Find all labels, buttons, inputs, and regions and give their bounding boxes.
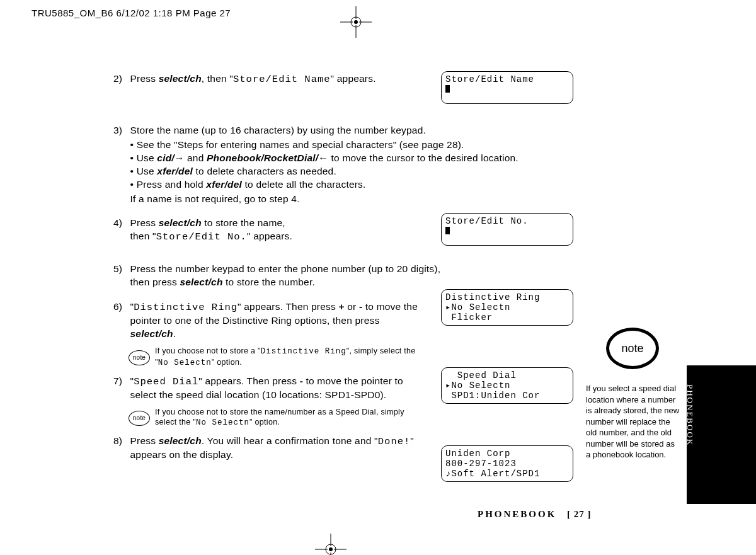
text: • Use <box>130 152 158 163</box>
text: If a name is not required, go to step 4. <box>130 193 300 204</box>
page-footer: PHONEBOOK [ 27 ] <box>478 509 592 520</box>
lcd-text: Distinctive Ring <box>134 302 238 313</box>
text: to move the cursor to the desired locati… <box>328 152 518 163</box>
key-xfer-del: xfer/del <box>157 166 193 176</box>
text: " appears. <box>331 73 376 84</box>
text: " option. <box>249 418 280 426</box>
text: Press <box>130 73 159 84</box>
footer-section: PHONEBOOK <box>478 509 556 519</box>
text: . You will hear a confirmation tone and … <box>202 435 378 446</box>
lcd-line: Uniden Corp <box>445 449 569 459</box>
text: Press <box>130 217 159 228</box>
text: If you choose not to store a " <box>155 346 261 355</box>
note-distinctive-ring: note If you choose not to store a "Disti… <box>127 346 573 369</box>
lcd-line: Distinctive Ring <box>445 292 569 302</box>
side-note-text: If you select a speed dial location wher… <box>586 383 680 461</box>
note-icon-large: note <box>606 328 660 372</box>
lcd-box-speed-dial: Speed Dial ▸No Selectn SPD1:Uniden Cor <box>441 367 573 404</box>
lcd-text: Store/Edit No. <box>156 231 247 243</box>
lcd-line: ▸No Selectn <box>445 380 569 391</box>
lcd-text: No Selectn <box>196 418 249 427</box>
text: • Press and hold <box>130 179 207 190</box>
key-cid: cid/ <box>157 152 175 163</box>
text: • Use <box>130 166 158 176</box>
lcd-line: 800-297-1023 <box>445 459 569 469</box>
key-phonebook: Phonebook/RocketDial/ <box>207 152 318 163</box>
text: , then " <box>202 73 233 84</box>
lcd-text: Store/Edit Name <box>233 74 331 85</box>
key-select-ch: select/ch <box>159 217 202 228</box>
text: " appears. Then press <box>238 301 338 312</box>
note-speed-dial: note If you choose not to store the name… <box>127 407 573 429</box>
side-note-column: note If you select a speed dial location… <box>586 328 680 461</box>
crop-mark-bottom <box>315 534 346 555</box>
plus-key: + <box>338 301 344 312</box>
arrow-left-icon: ← <box>318 152 328 163</box>
text: Press <box>130 435 159 446</box>
lcd-line: ▸No Selectn <box>445 302 569 312</box>
note-label: note <box>606 328 659 369</box>
lcd-box-distinctive-ring: Distinctive Ring ▸No Selectn Flicker <box>441 289 573 326</box>
key-select-ch: select/ch <box>159 435 202 446</box>
page-number: [ 27 ] <box>567 509 592 519</box>
lcd-line: Speed Dial <box>445 370 569 380</box>
note-label: note <box>129 350 150 365</box>
cursor-icon <box>445 85 450 93</box>
text: and <box>185 152 207 163</box>
arrow-right-icon: → <box>175 152 185 163</box>
text: to store the name, <box>202 217 285 228</box>
lcd-box-done: Uniden Corp 800-297-1023 ♪Soft Alert/SPD… <box>441 445 573 482</box>
text: " appears. Then press <box>198 375 299 386</box>
lcd-text: Speed Dial <box>134 376 198 387</box>
impress-header: TRU5885_OM_B6 6/12/02 1:18 PM Page 27 <box>32 8 231 18</box>
lcd-line: Store/Edit No. <box>445 216 569 226</box>
text: to delete characters as needed. <box>193 166 336 176</box>
key-select-ch: select/ch <box>180 277 222 287</box>
lcd-box-store-edit-name: Store/Edit Name <box>441 71 573 104</box>
key-xfer-del: xfer/del <box>206 179 242 190</box>
key-select-ch: select/ch <box>159 73 202 84</box>
text: or <box>345 301 359 312</box>
text: Store the name (up to 16 characters) by … <box>130 125 426 135</box>
text: Press the number keypad to enter the pho… <box>130 263 441 274</box>
content-column: 2) Press select/ch, then "Store/Edit Nam… <box>113 72 573 473</box>
lcd-text: Distinctive Ring <box>261 347 346 356</box>
note-icon: note <box>127 348 151 367</box>
lcd-line: Flicker <box>445 312 569 323</box>
lcd-box-store-edit-no: Store/Edit No. <box>441 213 573 246</box>
step-5: 5) Press the number keypad to enter the … <box>113 263 573 289</box>
bullet: • See the "Steps for entering names and … <box>130 139 571 152</box>
svg-point-5 <box>354 20 358 24</box>
note-label: note <box>129 411 150 426</box>
svg-point-11 <box>329 547 333 551</box>
tab-label: PHONEBOOK <box>685 384 695 446</box>
lcd-text: No Selectn <box>158 358 212 367</box>
text: . <box>173 328 176 339</box>
lcd-text: Done! <box>378 436 411 447</box>
section-tab: PHONEBOOK <box>687 365 756 504</box>
text: " option. <box>212 358 242 367</box>
note-icon: note <box>127 408 151 427</box>
text: then press <box>130 277 180 287</box>
text: to store the number. <box>223 277 315 287</box>
step-3: 3) Store the name (up to 16 characters) … <box>113 124 573 206</box>
lcd-line: Store/Edit Name <box>445 74 569 84</box>
text: then " <box>130 231 156 241</box>
text: to delete all the characters. <box>242 179 365 190</box>
key-select-ch: select/ch <box>130 328 173 339</box>
crop-mark-top <box>340 6 372 38</box>
text: " appears. <box>247 231 292 241</box>
cursor-icon <box>445 227 450 234</box>
lcd-line: ♪Soft Alert/SPD1 <box>445 469 569 479</box>
lcd-line: SPD1:Uniden Cor <box>445 391 569 401</box>
